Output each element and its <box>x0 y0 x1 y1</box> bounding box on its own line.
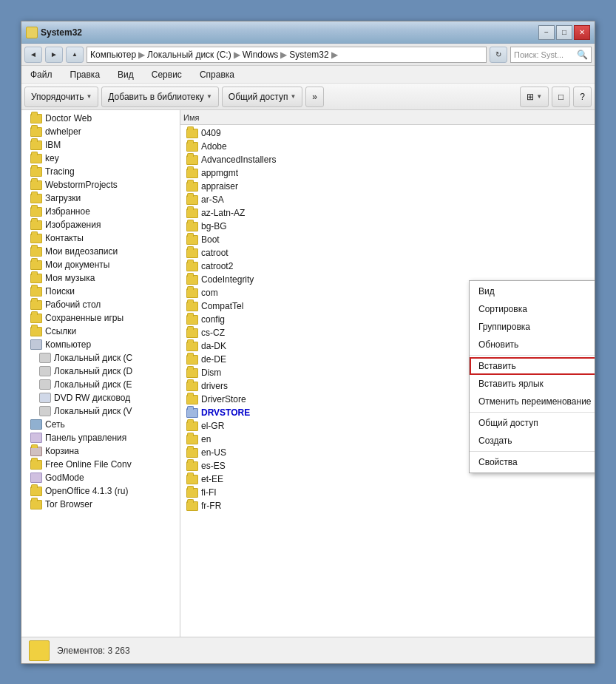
maximize-button[interactable]: □ <box>556 25 572 40</box>
sidebar-item-dvd[interactable]: DVD RW дисковод <box>21 391 180 404</box>
file-item-adobe[interactable]: Adobe <box>180 140 595 153</box>
sidebar-item-godmode[interactable]: GodMode <box>21 471 180 484</box>
sidebar-item-contacts[interactable]: Контакты <box>21 231 180 245</box>
sidebar-item-videos[interactable]: Мои видеозаписи <box>21 245 180 258</box>
sidebar-item-drive-d[interactable]: Локальный диск (D <box>21 365 180 378</box>
file-item-advanced[interactable]: AdvancedInstallers <box>180 153 595 166</box>
file-item-fr[interactable]: fr-FR <box>180 499 595 512</box>
window-title: System32 <box>41 27 82 38</box>
path-segment-2: Локальный диск (C:) <box>147 50 231 60</box>
network-icon <box>30 419 42 430</box>
ctx-share[interactable]: Общий доступ ▶ <box>470 414 595 432</box>
sidebar-item-favorites[interactable]: Избранное <box>21 205 180 218</box>
forward-button[interactable]: ► <box>45 47 63 63</box>
refresh-button[interactable]: ↻ <box>490 47 507 63</box>
sidebar-item-dwhelper[interactable]: dwhelper <box>21 125 180 138</box>
sidebar-item-free-online[interactable]: Free Online File Conv <box>21 458 180 471</box>
path-segment-3: Windows <box>243 50 279 60</box>
ctx-sort[interactable]: Сортировка ▶ <box>470 300 595 318</box>
search-box[interactable]: Поиск: Syst... 🔍 <box>510 47 592 63</box>
file-item-et[interactable]: et-EE <box>180 473 595 486</box>
folder-icon <box>186 475 198 484</box>
file-item-appraiser[interactable]: appraiser <box>180 180 595 193</box>
sidebar-label: WebstormProjects <box>45 180 118 190</box>
menu-help[interactable]: Справка <box>197 68 237 81</box>
sidebar-item-saved-games[interactable]: Сохраненные игры <box>21 311 180 325</box>
file-item-0409[interactable]: 0409 <box>180 126 595 140</box>
sidebar-item-ibm[interactable]: IBM <box>21 138 180 152</box>
sidebar-item-doctor-web[interactable]: Doctor Web <box>21 112 180 125</box>
address-path[interactable]: Компьютер ▶ Локальный диск (C:) ▶ Window… <box>87 47 487 63</box>
sidebar-label: Мои документы <box>45 260 109 270</box>
folder-icon <box>186 395 198 404</box>
menu-file[interactable]: Файл <box>27 68 55 81</box>
sidebar-item-webstorm[interactable]: WebstormProjects <box>21 178 180 192</box>
up-button[interactable]: ▲ <box>66 47 84 63</box>
share-chevron: ▼ <box>290 93 296 100</box>
folder-icon <box>186 182 198 192</box>
file-item-ar-sa[interactable]: ar-SA <box>180 193 595 206</box>
sidebar-item-drive-v[interactable]: Локальный диск (V <box>21 404 180 418</box>
sidebar-item-music[interactable]: Моя музыка <box>21 271 180 285</box>
sidebar-item-desktop[interactable]: Рабочий стол <box>21 298 180 311</box>
folder-icon <box>30 127 42 137</box>
ctx-undo-rename[interactable]: Отменить переименование CTRL+Z <box>470 393 595 410</box>
file-item-boot[interactable]: Boot <box>180 233 595 246</box>
sidebar-item-drive-e[interactable]: Локальный диск (E <box>21 378 180 391</box>
sidebar-item-network[interactable]: Сеть <box>21 418 180 431</box>
folder-icon <box>30 274 42 283</box>
title-bar: System32 − □ ✕ <box>21 21 595 44</box>
file-item-catroot[interactable]: catroot <box>180 246 595 260</box>
window-icon <box>26 27 38 38</box>
share-button[interactable]: Общий доступ ▼ <box>222 87 303 107</box>
sidebar-item-links[interactable]: Ссылки <box>21 325 180 338</box>
more-button[interactable]: » <box>305 87 324 107</box>
ctx-separator-3 <box>470 451 595 452</box>
sidebar-item-key[interactable]: key <box>21 152 180 165</box>
sidebar-item-control-panel[interactable]: Панель управления <box>21 431 180 444</box>
folder-icon <box>186 262 198 271</box>
sidebar-item-searches[interactable]: Поиски <box>21 285 180 298</box>
folder-icon <box>30 180 42 190</box>
ctx-view[interactable]: Вид ▶ <box>470 282 595 300</box>
view2-button[interactable]: □ <box>552 87 570 107</box>
ctx-refresh[interactable]: Обновить <box>470 336 595 353</box>
file-item-fi[interactable]: fi-FI <box>180 486 595 499</box>
sidebar-item-images[interactable]: Изображения <box>21 218 180 231</box>
help-button[interactable]: ? <box>573 87 592 107</box>
view-icon-button[interactable]: ⊞ ▼ <box>520 87 549 107</box>
file-item-az[interactable]: az-Latn-AZ <box>180 206 595 220</box>
menu-edit[interactable]: Правка <box>67 68 104 81</box>
column-name: Имя <box>183 113 199 122</box>
folder-icon <box>186 222 198 231</box>
sidebar: Doctor Web dwhelper IBM key Tracing Webs… <box>21 110 180 637</box>
folder-icon <box>186 288 198 298</box>
file-item-catroot2[interactable]: catroot2 <box>180 260 595 273</box>
sidebar-label: Tracing <box>45 166 75 177</box>
folder-icon <box>186 501 198 511</box>
sidebar-label: Рабочий стол <box>45 299 101 310</box>
close-button[interactable]: ✕ <box>574 25 590 40</box>
file-item-appmgmt[interactable]: appmgmt <box>180 166 595 180</box>
sidebar-item-openoffice[interactable]: OpenOffice 4.1.3 (ru) <box>21 484 180 498</box>
minimize-button[interactable]: − <box>538 25 555 40</box>
organize-button[interactable]: Упорядочить ▼ <box>24 87 98 107</box>
sidebar-item-computer[interactable]: Компьютер <box>21 338 180 351</box>
ctx-paste-shortcut[interactable]: Вставить ярлык <box>470 375 595 393</box>
menu-service[interactable]: Сервис <box>149 68 185 81</box>
add-library-button[interactable]: Добавить в библиотеку ▼ <box>101 87 218 107</box>
ctx-group[interactable]: Группировка ▶ <box>470 318 595 336</box>
ctx-create[interactable]: Создать ▶ <box>470 432 595 450</box>
sidebar-item-tracing[interactable]: Tracing <box>21 165 180 178</box>
sidebar-item-documents[interactable]: Мои документы <box>21 258 180 271</box>
back-button[interactable]: ◄ <box>24 47 42 63</box>
menu-view[interactable]: Вид <box>115 68 137 81</box>
ctx-properties[interactable]: Свойства <box>470 453 595 471</box>
toolbar: Упорядочить ▼ Добавить в библиотеку ▼ Об… <box>21 84 595 110</box>
sidebar-item-drive-c[interactable]: Локальный диск (C <box>21 351 180 365</box>
ctx-paste[interactable]: Вставить <box>470 357 595 375</box>
sidebar-item-trash[interactable]: Корзина <box>21 444 180 458</box>
sidebar-item-downloads[interactable]: Загрузки <box>21 192 180 205</box>
file-item-bg[interactable]: bg-BG <box>180 220 595 233</box>
sidebar-item-tor-browser[interactable]: Tor Browser <box>21 498 180 511</box>
